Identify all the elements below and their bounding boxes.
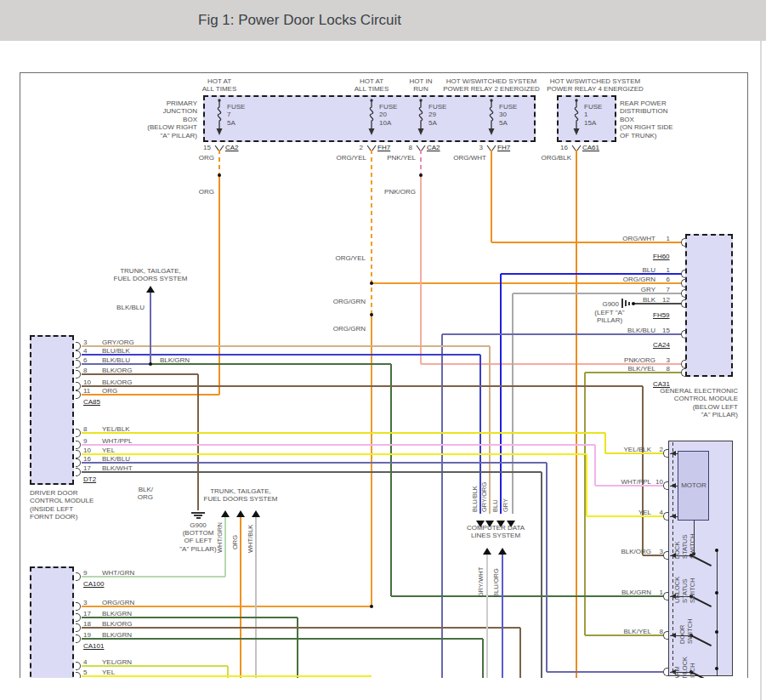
pin-arc-icon: [76, 458, 81, 467]
wire-label: ORG/YEL: [314, 154, 366, 162]
fuse-icon: [366, 97, 377, 136]
pin-number: 15: [653, 327, 670, 334]
general-electronic-control-module-box: [685, 234, 733, 377]
pin-arc-icon: [76, 429, 81, 437]
connector-label[interactable]: FH59: [653, 311, 684, 319]
splice-dot: [632, 302, 635, 305]
wire-label: ORG: [102, 387, 162, 395]
connector-boundary-line: [670, 486, 678, 487]
connector-label[interactable]: CA2: [427, 144, 457, 151]
pin-arc-icon: [663, 449, 668, 458]
pin-number: 1: [653, 266, 670, 274]
connector-label[interactable]: FH60: [653, 253, 684, 260]
wire-label: BLK/GRN: [102, 610, 162, 617]
wire-blk-org: [82, 385, 643, 387]
wire-label: BLK/GRN: [160, 356, 211, 364]
hot-feed-label: HOT W/SWITCHED SYSTEM POWER RELAY 4 ENER…: [531, 77, 659, 94]
wire-label-rotated: BLU: [492, 499, 500, 512]
box-caption: PRIMARY JUNCTION BOX (BELOW RIGHT "A" PI…: [102, 100, 197, 139]
pin-arc-icon: [76, 382, 81, 390]
pin-arc-icon: [681, 299, 686, 308]
wire-blk-blu: [546, 463, 548, 672]
fuse-icon: [570, 97, 582, 136]
ground-icon: [628, 302, 630, 305]
wire-pnk-yel: [420, 150, 422, 175]
wire-label: BLK/BLU: [596, 327, 655, 334]
connector-boundary-line: [670, 516, 678, 517]
ground-icon: [621, 299, 623, 308]
pin-arc-icon: [76, 602, 81, 611]
pin-number: 1: [653, 235, 670, 242]
pin-arc-icon: [681, 330, 686, 339]
wire-label: ORG: [162, 188, 214, 196]
wire-blk-wht: [541, 472, 542, 678]
figure-header: Fig 1: Power Door Locks Circuit: [0, 0, 766, 41]
wire-label: WHT/PPL: [593, 478, 651, 486]
wire-gry: [512, 293, 514, 514]
pin-number: 6: [83, 356, 97, 364]
pin-number: 7: [653, 286, 670, 293]
wire-label: BLK/ORG: [102, 620, 162, 628]
driver-door-control-module-box: [30, 335, 74, 485]
pin-number: 4: [83, 347, 97, 355]
wire-label: GRY: [596, 286, 655, 293]
pin-number: 2: [651, 446, 663, 453]
splice-dot: [419, 174, 423, 177]
connector-label[interactable]: CA24: [653, 341, 684, 349]
system-ref-label: TRUNK, TAILGATE, FUEL DOORS SYSTEM: [190, 487, 292, 504]
wire-label: ORG/GRN: [313, 325, 366, 333]
pin-number: 18: [83, 620, 97, 628]
connector-label[interactable]: CA85: [83, 398, 117, 406]
connector-boundary-line: [717, 549, 718, 676]
pin-arc-icon: [663, 481, 668, 490]
wire-label: ORG/WHT: [434, 154, 486, 162]
pin-arc-icon: [663, 631, 668, 640]
wire-blk-blu: [547, 671, 663, 673]
pin-arc-icon: [76, 390, 81, 399]
pin-arc-icon: [663, 592, 668, 600]
connector-label[interactable]: CA100: [83, 580, 121, 588]
pin-number: 4: [651, 509, 663, 516]
wire-label-rotated: BLU/ORG: [493, 568, 501, 597]
connector-label[interactable]: CA101: [83, 642, 121, 650]
wire-label: WHT/PPL: [102, 437, 162, 445]
connector-label[interactable]: FH7: [497, 144, 528, 151]
wire-label: BLK/ ORG: [102, 486, 153, 502]
ground-location: (BOTTOM OF LEFT "A" PILLAR): [173, 529, 224, 553]
wire-yel: [586, 454, 587, 516]
system-ref-label: COMPUTER DATA LINES SYSTEM: [445, 524, 547, 540]
pin-arc-icon: [681, 289, 686, 298]
pin-number: 3: [651, 548, 663, 555]
wire-label: WHT/GRN: [102, 569, 162, 577]
wire-label: ORG/GRN: [102, 599, 162, 606]
box-caption: REAR POWER DISTRIBUTION BOX (ON RIGHT SI…: [620, 100, 701, 139]
connector-label[interactable]: CA61: [582, 144, 613, 151]
fuse-icon: [213, 97, 225, 136]
fuse-label: FUSE 1 15A: [584, 103, 620, 127]
arrow-up-icon: [236, 510, 245, 517]
wire-label: ORG/WHT: [596, 235, 655, 242]
wire-label: ORG: [162, 154, 214, 162]
switch-label: ALARM SET/LOCK SWITCH: [674, 657, 697, 678]
wiring-diagram-canvas: HOT AT ALL TIMESFUSE 7 5A15CA2ORGHOT AT …: [20, 72, 748, 678]
arrow-up-icon: [483, 548, 491, 555]
figure-title: Fig 1: Power Door Locks Circuit: [198, 12, 401, 29]
fuse-label: FUSE 29 5A: [428, 103, 464, 127]
pin-arc-icon: [663, 668, 668, 676]
wire-wht-blk: [255, 517, 257, 678]
pin-number: 16: [548, 144, 568, 151]
wire-label: YEL/BLK: [593, 446, 651, 453]
wire-org: [218, 175, 220, 395]
pin-number: 8: [651, 628, 663, 635]
connector-label[interactable]: CA2: [225, 144, 256, 151]
bottom-left-module-box: [30, 566, 74, 678]
pin-arc-icon: [76, 635, 81, 643]
wire-label-rotated: ORG: [232, 535, 240, 549]
pin-arc-icon: [76, 623, 81, 632]
pin-arc-icon: [76, 450, 81, 458]
wire-gry-wht: [486, 555, 488, 678]
fuse-icon: [485, 97, 497, 136]
connector-label[interactable]: DT2: [83, 475, 117, 483]
wire-blu: [500, 274, 502, 514]
wire-pnk-org: [420, 175, 422, 364]
